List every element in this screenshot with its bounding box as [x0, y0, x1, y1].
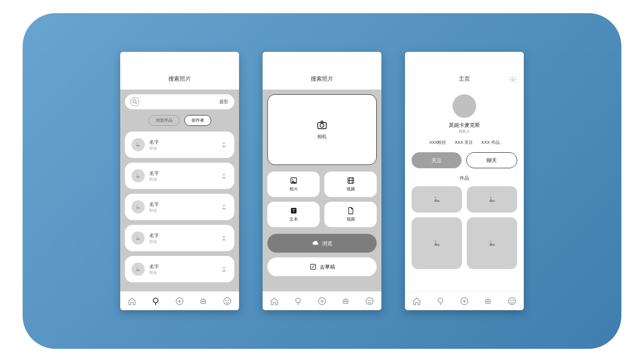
draft-button[interactable]: 去草稿 [267, 257, 377, 276]
svg-point-41 [345, 301, 346, 302]
work-thumb[interactable] [412, 186, 462, 213]
svg-point-47 [512, 79, 514, 81]
creator-sub: 职业 [149, 177, 215, 182]
creator-sub: 职业 [149, 208, 215, 213]
avatar-icon [132, 200, 145, 214]
image-icon [487, 239, 497, 248]
svg-point-6 [137, 205, 138, 206]
avatar-icon [132, 263, 145, 276]
page-title: 主页 [459, 75, 470, 83]
text-button[interactable]: T 文本 [267, 202, 320, 227]
video2-button[interactable]: 视频 [324, 202, 377, 227]
works-section-title: 作品 [412, 175, 517, 181]
tab-bar [405, 291, 524, 310]
creator-sub: 职业 [149, 239, 215, 244]
smile-icon[interactable] [507, 296, 517, 306]
stat-follow[interactable]: XXX 关注 [454, 140, 473, 146]
creator-sub: 职业 [149, 146, 215, 151]
list-item[interactable]: 名字职业 [125, 225, 234, 251]
work-thumb[interactable] [412, 217, 462, 269]
body: 莫妮卡麦克斯 摄影人 XXX粉丝 XXX 关注 XXX 作品 关注 聊天 作品 [405, 90, 524, 291]
svg-point-25 [320, 123, 324, 127]
works-row-2 [412, 217, 517, 269]
person-icon [220, 203, 228, 211]
creator-sub: 职业 [149, 270, 215, 275]
svg-point-59 [488, 301, 489, 302]
svg-point-58 [487, 301, 488, 302]
work-thumb[interactable] [467, 186, 517, 213]
image-icon [432, 195, 442, 204]
phone-row: 搜索照片 摄影 浏览作品 创作者 名字职业 [120, 52, 524, 310]
person-icon [220, 141, 228, 148]
phone-search-creators: 搜索照片 摄影 浏览作品 创作者 名字职业 [120, 52, 239, 310]
svg-point-7 [223, 205, 225, 206]
gear-icon[interactable] [509, 75, 517, 84]
video-button[interactable]: 视频 [324, 172, 377, 197]
edit-icon [309, 263, 317, 271]
cloud-icon [312, 239, 319, 247]
smile-icon[interactable] [223, 296, 232, 306]
svg-point-50 [435, 241, 436, 242]
camera-label: 相机 [317, 133, 327, 140]
svg-point-2 [137, 143, 138, 144]
tab-bar [120, 291, 239, 310]
creator-name: 名字 [149, 201, 215, 208]
list-item[interactable]: 名字职业 [125, 256, 234, 282]
photo-button[interactable]: 相片 [267, 172, 320, 197]
search-icon[interactable] [294, 296, 303, 306]
robot-icon[interactable] [198, 296, 208, 306]
svg-point-4 [137, 174, 138, 175]
creator-name: 名字 [149, 139, 215, 146]
svg-point-27 [292, 179, 293, 180]
image-icon [432, 239, 442, 248]
photo-icon [289, 176, 298, 185]
svg-point-49 [490, 197, 491, 198]
home-icon[interactable] [127, 296, 137, 306]
search-icon[interactable] [151, 296, 161, 306]
svg-point-3 [223, 142, 225, 144]
svg-point-62 [511, 300, 511, 300]
profile-name: 莫妮卡麦克斯 [449, 122, 480, 129]
works-row-1 [412, 186, 517, 213]
svg-point-46 [371, 300, 371, 300]
robot-icon[interactable] [341, 296, 350, 306]
home-icon[interactable] [270, 296, 279, 306]
tab-creators[interactable]: 创作者 [184, 115, 211, 126]
search-input[interactable]: 摄影 [125, 94, 234, 109]
add-icon[interactable] [460, 296, 469, 306]
header: 主页 [405, 52, 524, 90]
add-icon[interactable] [175, 296, 184, 306]
tab-bar [263, 291, 381, 310]
browse-button[interactable]: 浏览 [267, 234, 377, 253]
list-item[interactable]: 名字职业 [125, 132, 234, 158]
work-thumb[interactable] [467, 217, 517, 269]
svg-point-22 [226, 300, 226, 300]
tab-browse-works[interactable]: 浏览作品 [149, 115, 180, 126]
svg-point-18 [202, 301, 203, 302]
svg-point-35 [296, 298, 300, 303]
svg-point-10 [137, 267, 138, 268]
phone-create: 搜索照片 相机 相片 视频 T [263, 52, 381, 310]
svg-point-0 [133, 100, 136, 103]
avatar[interactable] [453, 94, 476, 118]
svg-rect-17 [201, 299, 206, 303]
add-icon[interactable] [317, 296, 327, 306]
profile-stats: XXX粉丝 XXX 关注 XXX 作品 [412, 140, 517, 146]
svg-point-52 [438, 298, 443, 303]
camera-button[interactable]: 相机 [267, 94, 377, 165]
smile-icon[interactable] [365, 296, 374, 306]
creator-list: 名字职业 名字职业 名字职业 名字职业 [125, 132, 234, 282]
stat-fans[interactable]: XXX粉丝 [429, 140, 446, 146]
chat-button[interactable]: 聊天 [466, 152, 517, 168]
draft-label: 去草稿 [320, 263, 335, 271]
robot-icon[interactable] [483, 296, 493, 306]
stat-works[interactable]: XXX 作品 [481, 140, 500, 146]
body: 相机 相片 视频 T 文本 [263, 90, 381, 291]
follow-button[interactable]: 关注 [412, 152, 462, 168]
home-icon[interactable] [412, 296, 421, 306]
list-item[interactable]: 名字职业 [125, 194, 234, 220]
list-item[interactable]: 名字职业 [125, 163, 234, 189]
svg-point-61 [508, 297, 515, 304]
search-icon[interactable] [436, 296, 446, 306]
profile-header: 莫妮卡麦克斯 摄影人 [412, 90, 517, 140]
